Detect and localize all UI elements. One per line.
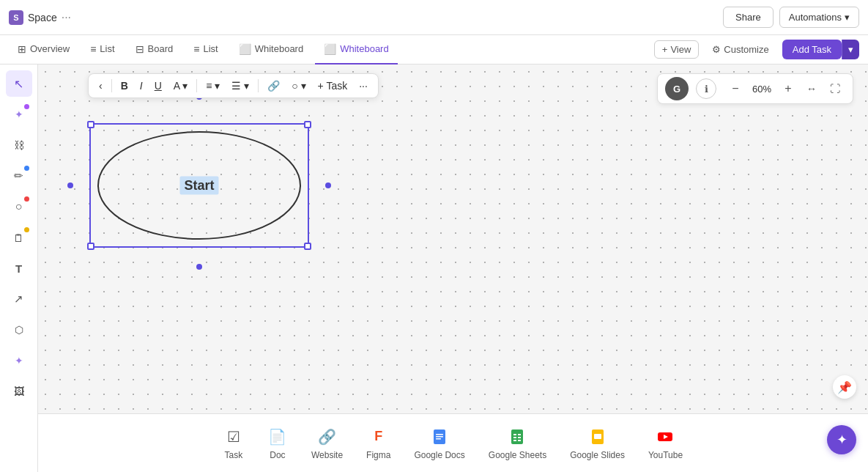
zoom-out-button[interactable]: − — [725, 78, 746, 99]
website-icon: 🔗 — [317, 427, 338, 447]
google-docs-icon — [429, 427, 450, 447]
ai-icon: ✦ — [15, 355, 23, 366]
shape-button[interactable]: ○ ▾ — [287, 77, 310, 95]
navtabs-right: + View ⚙ Customize Add Task ▾ — [654, 40, 859, 59]
doc-icon: 📄 — [267, 427, 288, 447]
canvas-area[interactable]: ‹ B I U A ▾ ≡ ▾ ☰ ▾ 🔗 ○ ▾ + — [38, 64, 868, 472]
bottom-item-doc[interactable]: 📄 Doc — [267, 427, 288, 460]
svg-rect-6 — [513, 434, 516, 435]
sidebar-tool-text[interactable]: T — [6, 255, 32, 281]
task-button[interactable]: + Task — [314, 77, 352, 95]
task-label: Task — [225, 450, 243, 460]
navtabs: ⊞ Overview ≡ List ⊟ Board ≡ List ⬜ White… — [0, 35, 868, 64]
bottom-item-youtube[interactable]: YouTube — [648, 427, 683, 460]
add-task-chevron-button[interactable]: ▾ — [842, 40, 859, 59]
sidebar-tool-link[interactable]: ⛓ — [6, 132, 32, 158]
magic-icon: ✦ — [15, 108, 23, 120]
tab-list2[interactable]: ≡ List — [185, 35, 226, 64]
sidebar-tool-mindmap[interactable]: ⬡ — [6, 317, 32, 343]
topbar-right: Share Automations ▾ — [723, 7, 859, 28]
svg-rect-5 — [511, 429, 523, 444]
handle-top-left[interactable] — [87, 121, 94, 128]
zoom-fullscreen-button[interactable]: ⛶ — [825, 78, 845, 99]
tab-list1[interactable]: ≡ List — [81, 35, 123, 64]
svg-rect-13 — [594, 434, 601, 439]
zoom-in-button[interactable]: + — [778, 78, 798, 99]
bottom-item-website[interactable]: 🔗 Website — [311, 427, 343, 460]
website-label: Website — [311, 450, 343, 460]
bold-button[interactable]: B — [116, 77, 133, 95]
link-icon: ⛓ — [14, 139, 24, 151]
tab-overview-label: Overview — [30, 43, 70, 54]
note-icon: 🗒 — [13, 232, 24, 244]
pin-button[interactable]: 📌 — [833, 375, 856, 399]
sidebar-tool-arrow[interactable]: ↗ — [6, 286, 32, 312]
main-area: ↖ ✦ ⛓ ✏ ○ 🗒 T ↗ ⬡ ✦ — [0, 64, 868, 472]
image-icon: 🖼 — [14, 386, 24, 397]
sidebar-tool-ai[interactable]: ✦ — [6, 347, 32, 374]
add-task-group: Add Task ▾ — [782, 40, 859, 59]
sidebar-tool-note[interactable]: 🗒 — [6, 224, 32, 251]
sidebar-tool-pen[interactable]: ✏ — [6, 163, 32, 189]
sidebar-tool-image[interactable]: 🖼 — [6, 378, 32, 405]
view-button[interactable]: + View — [654, 40, 700, 59]
bottom-item-task[interactable]: ☑ Task — [223, 427, 244, 460]
sidebar-tool-select[interactable]: ↖ — [6, 70, 32, 97]
automations-button[interactable]: Automations ▾ — [779, 7, 859, 28]
shape-icon: ○ ▾ — [292, 80, 305, 92]
bottom-item-google-sheets[interactable]: Google Sheets — [489, 427, 546, 460]
zoom-fit-button[interactable]: ↔ — [801, 78, 822, 99]
bottom-item-google-docs[interactable]: Google Docs — [414, 427, 464, 460]
dot-left — [67, 182, 73, 188]
plus-icon: + — [662, 44, 668, 55]
overview-icon: ⊞ — [18, 43, 26, 55]
add-task-button[interactable]: Add Task — [782, 40, 842, 59]
list-button[interactable]: ☰ ▾ — [227, 77, 253, 95]
space-name: Space — [28, 12, 57, 23]
sidebar-tool-magic[interactable]: ✦ — [6, 101, 32, 128]
topbar: S Space ··· Share Automations ▾ — [0, 0, 868, 35]
font-color-button[interactable]: A ▾ — [169, 77, 192, 95]
handle-bottom-left[interactable] — [87, 243, 94, 250]
list2-icon: ≡ — [193, 43, 199, 55]
toolbar-divider-1 — [111, 79, 112, 92]
list-icon: ≡ — [90, 43, 96, 55]
bottom-item-google-slides[interactable]: Google Slides — [570, 427, 625, 460]
handle-top-right[interactable] — [304, 121, 311, 128]
svg-rect-4 — [436, 438, 441, 440]
italic-button[interactable]: I — [136, 77, 147, 95]
bottom-item-figma[interactable]: F Figma — [366, 427, 390, 460]
shape-container[interactable]: Start — [89, 123, 309, 248]
space-name-area[interactable]: S Space ··· — [9, 10, 71, 25]
tab-board[interactable]: ⊟ Board — [127, 35, 182, 64]
share-button[interactable]: Share — [723, 7, 774, 28]
tab-overview[interactable]: ⊞ Overview — [9, 35, 78, 64]
select-icon: ↖ — [14, 77, 23, 91]
space-more-icon[interactable]: ··· — [62, 11, 71, 24]
tab-whiteboard1[interactable]: ⬜ Whiteboard — [230, 35, 312, 64]
link-button[interactable]: 🔗 — [263, 77, 284, 95]
more-button[interactable]: ··· — [355, 77, 372, 95]
list-icon: ☰ ▾ — [231, 80, 249, 92]
google-sheets-icon — [507, 427, 527, 447]
svg-rect-2 — [436, 434, 443, 435]
google-slides-label: Google Slides — [570, 450, 625, 460]
underline-button[interactable]: U — [150, 77, 166, 95]
sidebar-tool-circle[interactable]: ○ — [6, 193, 32, 220]
tab-whiteboard2[interactable]: ⬜ Whiteboard — [315, 35, 397, 64]
task-icon: ☑ — [223, 427, 244, 447]
customize-button[interactable]: ⚙ Customize — [705, 41, 776, 58]
magic-fab-button[interactable]: ✦ — [827, 425, 856, 454]
info-button[interactable]: ℹ — [696, 78, 716, 99]
align-button[interactable]: ≡ ▾ — [201, 77, 224, 95]
figma-label: Figma — [366, 450, 390, 460]
google-slides-icon — [587, 427, 608, 447]
handle-bottom-right[interactable] — [304, 243, 311, 250]
dot-right — [325, 182, 331, 188]
svg-rect-11 — [518, 440, 521, 441]
shape-text[interactable]: Start — [179, 177, 218, 195]
link-toolbar-icon: 🔗 — [267, 80, 280, 92]
font-size-btn[interactable]: ‹ — [94, 77, 107, 95]
floating-toolbar: ‹ B I U A ▾ ≡ ▾ ☰ ▾ 🔗 ○ ▾ + — [88, 73, 379, 98]
tab-whiteboard2-label: Whiteboard — [340, 43, 388, 54]
